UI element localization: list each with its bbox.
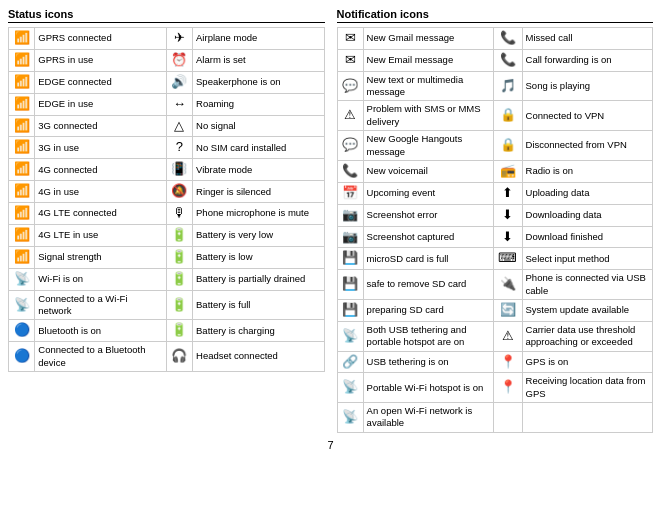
status-label-right-4: No signal (193, 115, 324, 137)
page-number: 7 (8, 439, 653, 451)
status-label-right-14: Headset connected (193, 342, 324, 372)
status-table-row: 📶 GPRS connected ✈ Airplane mode (9, 28, 325, 50)
status-label-left-11: Wi-Fi is on (35, 268, 166, 290)
notification-table-row: 💾 microSD card is full ⌨ Select input me… (337, 248, 653, 270)
notif-label-right-1: Call forwarding is on (522, 49, 652, 71)
notification-table-row: 📷 Screenshot error ⬇ Downloading data (337, 204, 653, 226)
status-table-row: 📶 Signal strength 🔋 Battery is low (9, 246, 325, 268)
status-icon-left-3: 📶 (9, 93, 35, 115)
notif-label-right-8: Download finished (522, 226, 652, 248)
notif-label-left-8: Screenshot captured (363, 226, 493, 248)
notif-label-left-3: Problem with SMS or MMS delivery (363, 101, 493, 131)
notification-table-row: ✉ New Gmail message 📞 Missed call (337, 28, 653, 50)
status-label-left-9: 4G LTE in use (35, 225, 166, 247)
status-table-row: 📶 3G in use ? No SIM card installed (9, 137, 325, 159)
status-table-row: 📶 4G LTE connected 🎙 Phone microphone is… (9, 203, 325, 225)
notif-icon-right-5: 📻 (494, 160, 522, 182)
notif-label-left-6: Upcoming event (363, 182, 493, 204)
status-table-row: 📶 4G in use 🔕 Ringer is silenced (9, 181, 325, 203)
notif-label-right-15 (522, 403, 652, 433)
status-label-right-3: Roaming (193, 93, 324, 115)
notif-label-right-12: Carrier data use threshold approaching o… (522, 321, 652, 351)
notif-icon-left-6: 📅 (337, 182, 363, 204)
notification-table-row: 💾 preparing SD card 🔄 System update avai… (337, 299, 653, 321)
status-icon-right-10: 🔋 (166, 246, 192, 268)
notif-icon-right-2: 🎵 (494, 71, 522, 101)
notif-icon-left-14: 📡 (337, 373, 363, 403)
notif-icon-left-15: 📡 (337, 403, 363, 433)
notif-label-right-0: Missed call (522, 28, 652, 50)
notif-label-left-2: New text or multimedia message (363, 71, 493, 101)
status-label-left-3: EDGE in use (35, 93, 166, 115)
status-label-right-8: Phone microphone is mute (193, 203, 324, 225)
status-table-row: 📶 GPRS in use ⏰ Alarm is set (9, 49, 325, 71)
status-table-row: 📶 EDGE connected 🔊 Speakerphone is on (9, 71, 325, 93)
status-icon-right-2: 🔊 (166, 71, 192, 93)
status-table-row: 📡 Connected to a Wi-Fi network 🔋 Battery… (9, 290, 325, 320)
status-icon-right-0: ✈ (166, 28, 192, 50)
notification-section-title: Notification icons (337, 8, 654, 23)
status-label-left-0: GPRS connected (35, 28, 166, 50)
status-label-right-5: No SIM card installed (193, 137, 324, 159)
notif-label-left-14: Portable Wi-Fi hotspot is on (363, 373, 493, 403)
notif-icon-right-9: ⌨ (494, 248, 522, 270)
notification-table-row: 💾 safe to remove SD card 🔌 Phone is conn… (337, 270, 653, 300)
notif-icon-right-15 (494, 403, 522, 433)
status-table-row: 📶 EDGE in use ↔ Roaming (9, 93, 325, 115)
status-label-right-10: Battery is low (193, 246, 324, 268)
notif-label-left-12: Both USB tethering and portable hotspot … (363, 321, 493, 351)
status-icon-left-0: 📶 (9, 28, 35, 50)
notif-label-left-4: New Google Hangouts message (363, 131, 493, 161)
notification-section: Notification icons ✉ New Gmail message 📞… (337, 8, 654, 433)
status-label-left-4: 3G connected (35, 115, 166, 137)
notif-icon-right-14: 📍 (494, 373, 522, 403)
notification-table-row: 💬 New Google Hangouts message 🔒 Disconne… (337, 131, 653, 161)
status-label-right-6: Vibrate mode (193, 159, 324, 181)
notif-icon-left-8: 📷 (337, 226, 363, 248)
notif-icon-left-4: 💬 (337, 131, 363, 161)
notif-label-left-11: preparing SD card (363, 299, 493, 321)
notif-icon-right-6: ⬆ (494, 182, 522, 204)
notif-icon-left-11: 💾 (337, 299, 363, 321)
notif-label-right-6: Uploading data (522, 182, 652, 204)
status-label-left-10: Signal strength (35, 246, 166, 268)
status-icon-right-14: 🎧 (166, 342, 192, 372)
status-label-left-7: 4G in use (35, 181, 166, 203)
notif-icon-right-0: 📞 (494, 28, 522, 50)
status-label-left-14: Connected to a Bluetooth device (35, 342, 166, 372)
status-icon-left-14: 🔵 (9, 342, 35, 372)
status-icon-left-7: 📶 (9, 181, 35, 203)
status-icon-right-9: 🔋 (166, 225, 192, 247)
notif-label-right-10: Phone is connected via USB cable (522, 270, 652, 300)
notif-label-left-7: Screenshot error (363, 204, 493, 226)
notif-icon-left-0: ✉ (337, 28, 363, 50)
notif-label-left-15: An open Wi-Fi network is available (363, 403, 493, 433)
status-label-right-7: Ringer is silenced (193, 181, 324, 203)
status-label-left-12: Connected to a Wi-Fi network (35, 290, 166, 320)
notification-table: ✉ New Gmail message 📞 Missed call ✉ New … (337, 27, 654, 433)
notif-label-right-13: GPS is on (522, 351, 652, 373)
notif-label-right-14: Receiving location data from GPS (522, 373, 652, 403)
status-section: Status icons 📶 GPRS connected ✈ Airplane… (8, 8, 325, 433)
status-icon-right-7: 🔕 (166, 181, 192, 203)
notif-label-left-5: New voicemail (363, 160, 493, 182)
status-icon-right-8: 🎙 (166, 203, 192, 225)
notif-label-right-4: Disconnected from VPN (522, 131, 652, 161)
notification-table-row: ✉ New Email message 📞 Call forwarding is… (337, 49, 653, 71)
status-table: 📶 GPRS connected ✈ Airplane mode 📶 GPRS … (8, 27, 325, 372)
notif-icon-right-8: ⬇ (494, 226, 522, 248)
notif-label-right-11: System update available (522, 299, 652, 321)
notification-table-row: 📡 Both USB tethering and portable hotspo… (337, 321, 653, 351)
status-icon-right-6: 📳 (166, 159, 192, 181)
notif-icon-right-1: 📞 (494, 49, 522, 71)
status-section-title: Status icons (8, 8, 325, 23)
status-icon-left-12: 📡 (9, 290, 35, 320)
notif-icon-right-3: 🔒 (494, 101, 522, 131)
notif-icon-left-9: 💾 (337, 248, 363, 270)
status-icon-left-13: 🔵 (9, 320, 35, 342)
notif-icon-left-7: 📷 (337, 204, 363, 226)
status-icon-left-5: 📶 (9, 137, 35, 159)
notif-icon-right-12: ⚠ (494, 321, 522, 351)
status-icon-left-11: 📡 (9, 268, 35, 290)
status-icon-left-6: 📶 (9, 159, 35, 181)
